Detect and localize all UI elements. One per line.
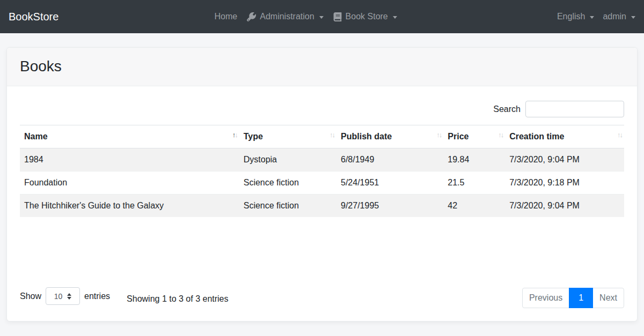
cell-creation-time: 7/3/2020, 9:04 PM — [505, 148, 624, 171]
top-navbar: BookStore Home Administration Book Store… — [0, 0, 644, 33]
chevron-down-icon — [393, 16, 397, 19]
cell-price: 42 — [443, 195, 505, 218]
navbar-right-menu: English admin — [553, 12, 635, 21]
user-menu[interactable]: admin — [598, 12, 635, 21]
cell-publish-date: 9/27/1995 — [336, 195, 443, 218]
chevron-down-icon — [590, 16, 594, 19]
previous-page-button[interactable]: Previous — [522, 288, 569, 308]
wrench-icon — [247, 12, 256, 21]
page-size-value: 10 — [54, 292, 63, 301]
cell-type: Science fiction — [239, 195, 336, 218]
table-info: Showing 1 to 3 of 3 entries — [127, 294, 228, 304]
page-number-button[interactable]: 1 — [569, 288, 593, 308]
brand-link[interactable]: BookStore — [9, 11, 58, 23]
language-label: English — [557, 12, 585, 21]
sort-icon: ↑↓ — [330, 131, 334, 138]
nav-item-label: Home — [215, 12, 238, 21]
cell-publish-date: 5/24/1951 — [336, 171, 443, 195]
nav-item-label: Book Store — [346, 12, 388, 21]
cell-type: Dystopia — [239, 148, 336, 171]
show-label: Show — [20, 292, 41, 301]
page-title: Books — [20, 58, 624, 75]
table-row: Foundation Science fiction 5/24/1951 21.… — [20, 171, 624, 195]
language-menu[interactable]: English — [553, 12, 598, 21]
page-size-group: Show 10 entries — [20, 287, 110, 305]
book-icon — [333, 12, 342, 21]
column-header-price[interactable]: Price ↑↓ — [443, 125, 505, 148]
column-header-publish-date[interactable]: Publish date ↑↓ — [336, 125, 443, 148]
next-page-button[interactable]: Next — [592, 288, 624, 308]
sort-icon: ↑↓ — [436, 131, 441, 138]
sort-icon: ↑↓ — [498, 131, 503, 138]
chevron-down-icon — [631, 16, 635, 19]
entries-label: entries — [84, 292, 110, 301]
main-menu: Home Administration Book Store — [210, 12, 402, 21]
column-header-type[interactable]: Type ↑↓ — [239, 125, 336, 148]
search-row: Search — [20, 101, 624, 117]
cell-type: Science fiction — [239, 171, 336, 195]
table-row: The Hitchhiker's Guide to the Galaxy Sci… — [20, 195, 624, 218]
page-size-select[interactable]: 10 — [46, 287, 80, 305]
cell-name: Foundation — [20, 171, 239, 195]
cell-price: 19.84 — [443, 148, 505, 171]
books-card: Books Search Name ↑↓ Type ↑↓ — [6, 47, 638, 322]
column-header-name[interactable]: Name ↑↓ — [20, 125, 239, 148]
books-table: Name ↑↓ Type ↑↓ Publish date ↑↓ Price ↑↓ — [20, 125, 624, 217]
chevron-down-icon — [319, 16, 324, 19]
nav-item-administration[interactable]: Administration — [242, 12, 328, 21]
table-header-row: Name ↑↓ Type ↑↓ Publish date ↑↓ Price ↑↓ — [20, 125, 624, 148]
sort-icon: ↑↓ — [232, 131, 237, 138]
nav-item-book-store[interactable]: Book Store — [328, 12, 402, 21]
sort-icon: ↑↓ — [617, 131, 622, 138]
table-footer: Show 10 entries Showing 1 to 3 of 3 entr… — [20, 287, 624, 308]
username-label: admin — [603, 12, 626, 21]
search-input[interactable] — [525, 101, 624, 117]
pagination: Previous 1 Next — [522, 288, 624, 308]
card-header: Books — [7, 48, 637, 86]
column-header-creation-time[interactable]: Creation time ↑↓ — [505, 125, 624, 148]
table-row: 1984 Dystopia 6/8/1949 19.84 7/3/2020, 9… — [20, 148, 624, 171]
card-body: Search Name ↑↓ Type ↑↓ Publi — [7, 86, 637, 321]
nav-item-label: Administration — [260, 12, 314, 21]
search-label: Search — [493, 104, 521, 114]
cell-name: The Hitchhiker's Guide to the Galaxy — [20, 195, 239, 218]
cell-creation-time: 7/3/2020, 9:04 PM — [505, 195, 624, 218]
cell-name: 1984 — [20, 148, 239, 171]
cell-creation-time: 7/3/2020, 9:18 PM — [505, 171, 624, 195]
nav-item-home[interactable]: Home — [210, 12, 243, 21]
cell-publish-date: 6/8/1949 — [336, 148, 443, 171]
cell-price: 21.5 — [443, 171, 505, 195]
select-updown-icon — [67, 293, 71, 300]
